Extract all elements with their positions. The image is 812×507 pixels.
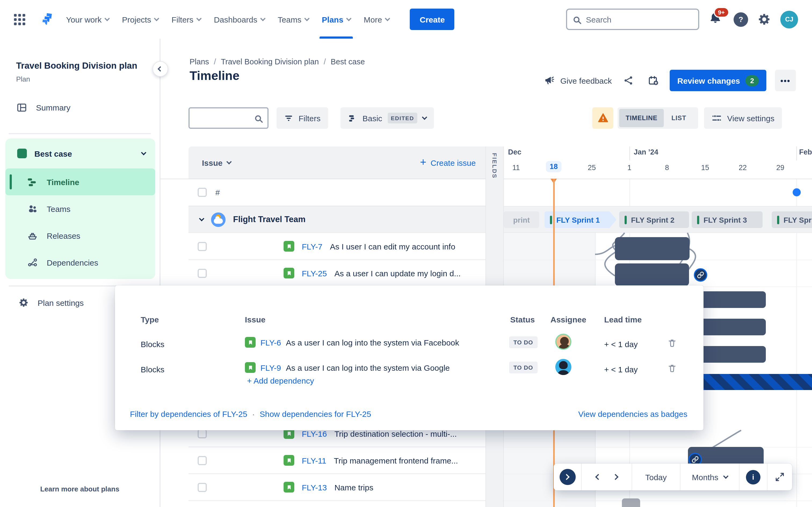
nav-teams-label: Teams <box>277 15 301 24</box>
user-avatar[interactable]: CJ <box>780 10 798 28</box>
scroll-right-button[interactable] <box>612 474 618 480</box>
sidebar-collapse-button[interactable] <box>153 61 168 77</box>
breadcrumb-plans[interactable]: Plans <box>190 57 209 66</box>
issue-key[interactable]: FLY-13 <box>302 483 327 492</box>
nav-projects[interactable]: Projects <box>122 0 158 39</box>
assignee-avatar[interactable] <box>555 359 571 375</box>
create-button[interactable]: Create <box>410 9 454 30</box>
breadcrumb-separator: / <box>323 57 326 66</box>
issue-row-fly-13[interactable]: FLY-13 Name trips <box>189 474 486 501</box>
bar-fly-25[interactable] <box>615 264 689 286</box>
issue-row-fly-11[interactable]: FLY-11 Trip management frontend frame... <box>189 447 486 474</box>
toggle-list[interactable]: LIST <box>665 109 693 127</box>
learn-more-link[interactable]: Learn more about plans <box>0 485 159 493</box>
view-settings-button[interactable]: View settings <box>704 107 782 129</box>
nav-filters[interactable]: Filters <box>171 0 201 39</box>
status-badge[interactable]: TO DO <box>509 336 537 348</box>
trash-icon <box>667 338 677 348</box>
issue-search-field[interactable] <box>189 107 268 129</box>
zoom-level-dropdown[interactable]: Months <box>680 463 740 490</box>
help-button[interactable]: ? <box>733 12 748 26</box>
create-issue-button[interactable]: + Create issue <box>420 147 476 179</box>
dependency-issue[interactable]: FLY-6 As a user I can log into the syste… <box>245 337 459 348</box>
team-group-row[interactable]: Flight Travel Team <box>189 207 486 232</box>
delete-dependency-button[interactable] <box>667 363 677 374</box>
warning-button[interactable] <box>592 107 613 129</box>
sprint-status-pill <box>550 215 552 224</box>
filter-by-dependencies-link[interactable]: Filter by dependencies of FLY-25 <box>130 409 247 418</box>
notifications-button[interactable]: 9+ <box>708 10 724 29</box>
sprint-chip-fly-sprint-4[interactable]: FLY Sprin <box>772 211 812 228</box>
view-basic-dropdown[interactable]: Basic EDITED <box>341 107 434 129</box>
sidebar-item-releases[interactable]: Releases <box>5 222 155 249</box>
add-dependency-link[interactable]: + Add dependency <box>247 376 314 385</box>
sidebar-divider <box>9 133 151 134</box>
issue-key[interactable]: FLY-16 <box>302 429 327 438</box>
row-checkbox[interactable] <box>198 429 207 438</box>
dependency-link-badge[interactable] <box>694 268 707 282</box>
nav-teams[interactable]: Teams <box>277 0 309 39</box>
view-dependencies-as-badges-link[interactable]: View dependencies as badges <box>578 409 688 418</box>
give-feedback-button[interactable]: Give feedback <box>544 75 612 86</box>
row-checkbox[interactable] <box>198 269 207 278</box>
sidebar-item-teams[interactable]: Teams <box>5 195 155 222</box>
more-options-button[interactable]: ••• <box>775 70 796 91</box>
notifications-count-badge: 9+ <box>714 7 729 18</box>
row-checkbox[interactable] <box>198 456 207 465</box>
issue-row-fly-25[interactable]: FLY-25 As a user I can update my login d… <box>189 260 486 286</box>
jira-logo[interactable] <box>38 12 53 27</box>
issue-key[interactable]: FLY-11 <box>302 456 326 465</box>
lead-time: + < 1 day <box>604 365 638 374</box>
view-mode-toggle: TIMELINE LIST <box>618 107 698 129</box>
sidebar-item-dependencies[interactable]: Dependencies <box>5 249 155 276</box>
global-search[interactable] <box>566 9 699 30</box>
nav-more[interactable]: More <box>364 0 390 39</box>
issue-key[interactable]: FLY-7 <box>302 242 322 251</box>
row-checkbox[interactable] <box>198 188 207 197</box>
toggle-timeline[interactable]: TIMELINE <box>619 109 664 127</box>
share-button[interactable] <box>620 71 637 90</box>
sidebar-item-timeline[interactable]: Timeline <box>5 168 155 195</box>
sprint-chip-fly-sprint-3[interactable]: FLY Sprint 3 <box>692 211 763 228</box>
delete-dependency-button[interactable] <box>667 338 677 348</box>
row-checkbox[interactable] <box>198 242 207 251</box>
popup-column-type: Type <box>141 315 159 324</box>
fullscreen-button[interactable] <box>767 463 792 490</box>
chevron-down-icon <box>385 15 391 21</box>
sprint-chip-fly-sprint-2[interactable]: FLY Sprint 2 <box>619 211 689 228</box>
assignee-avatar[interactable] <box>555 334 571 350</box>
issue-key[interactable]: FLY-25 <box>302 269 327 278</box>
filters-button[interactable]: Filters <box>276 107 328 129</box>
breadcrumb-plan-name[interactable]: Travel Booking Division plan <box>221 57 319 66</box>
issue-summary: As I user I can edit my account info <box>330 242 455 251</box>
show-dependencies-link[interactable]: Show dependencies for FLY-25 <box>260 409 371 418</box>
issue-key[interactable]: FLY-9 <box>260 363 281 372</box>
sprint-chip-fly-sprint-1[interactable]: FLY Sprint 1 <box>545 211 616 228</box>
today-button[interactable]: Today <box>632 463 680 490</box>
nav-plans[interactable]: Plans <box>322 0 351 39</box>
scroll-left-button[interactable] <box>595 474 601 480</box>
milestone-dot[interactable] <box>793 188 801 196</box>
dependency-issue[interactable]: FLY-9 As a user I can log into the syste… <box>245 362 450 373</box>
search-input[interactable] <box>585 14 676 24</box>
issue-row-fly-7[interactable]: FLY-7 As I user I can edit my account in… <box>189 233 486 260</box>
breadcrumb-scenario[interactable]: Best case <box>331 57 365 66</box>
bar-fly-13[interactable] <box>622 498 640 507</box>
status-badge[interactable]: TO DO <box>509 361 537 374</box>
save-view-calendar-button[interactable] <box>645 71 661 90</box>
view-icon <box>348 113 357 123</box>
sprint-chip-cut[interactable]: print <box>504 211 539 228</box>
issue-column-header[interactable]: Issue <box>202 147 231 179</box>
review-changes-button[interactable]: Review changes 2 <box>670 70 766 91</box>
row-checkbox[interactable] <box>198 483 207 492</box>
app-switcher-icon[interactable] <box>14 14 25 25</box>
nav-your-work-label: Your work <box>66 15 101 24</box>
nav-dashboards[interactable]: Dashboards <box>214 0 265 39</box>
bar-fly-7[interactable] <box>615 237 690 260</box>
jump-forward-button[interactable] <box>554 463 581 490</box>
settings-gear-button[interactable] <box>757 12 771 26</box>
issue-key[interactable]: FLY-6 <box>260 338 281 347</box>
nav-your-work[interactable]: Your work <box>66 0 109 39</box>
info-button[interactable]: i <box>740 463 767 490</box>
scenario-best-case[interactable]: Best case <box>5 138 155 168</box>
